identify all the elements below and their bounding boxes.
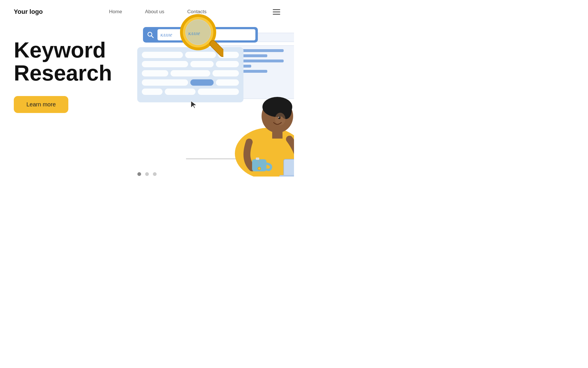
svg-rect-10 [272, 131, 283, 139]
result-pill [142, 70, 168, 76]
hero-title: Keyword Research [14, 39, 123, 85]
result-pill [142, 79, 188, 86]
cursor-icon [190, 100, 198, 112]
illustration-container: кллле [129, 18, 294, 168]
hero-illustration: кллле [123, 21, 280, 177]
svg-rect-20 [256, 158, 259, 160]
result-row-3 [142, 70, 239, 76]
hamburger-line-2 [273, 12, 280, 12]
hamburger-line-1 [273, 9, 280, 10]
svg-point-18 [258, 167, 261, 170]
result-pill [142, 89, 163, 95]
navbar: Your logo Home About us Contacts [0, 0, 294, 16]
svg-point-13 [278, 117, 279, 118]
svg-rect-4 [208, 39, 223, 58]
hero-section: Keyword Research Learn more кллле [0, 16, 294, 177]
pagination-dot-1[interactable] [138, 172, 141, 176]
learn-more-button[interactable]: Learn more [14, 96, 68, 113]
svg-text:кллле: кллле [188, 30, 200, 36]
result-pill [171, 70, 210, 76]
svg-line-1 [152, 36, 154, 38]
result-pill [165, 89, 196, 95]
magnifier-icon: кллле [177, 13, 223, 64]
result-row-5 [142, 89, 239, 95]
svg-rect-16 [279, 175, 294, 177]
nav-about[interactable]: About us [145, 9, 164, 15]
result-pill-blue [190, 79, 214, 86]
pagination-dot-2[interactable] [145, 172, 149, 176]
result-row-4 [142, 79, 239, 86]
hero-left: Keyword Research Learn more [14, 21, 123, 113]
hamburger-menu[interactable] [273, 9, 280, 15]
pagination-dot-3[interactable] [153, 172, 157, 176]
pagination-dots [138, 172, 157, 176]
logo: Your logo [14, 8, 43, 16]
search-icon [145, 30, 156, 40]
svg-rect-15 [284, 159, 294, 177]
person-illustration [226, 62, 294, 177]
hamburger-line-3 [273, 14, 280, 15]
result-pill [142, 52, 183, 58]
nav-home[interactable]: Home [109, 9, 122, 15]
search-squiggly-text: кллле [160, 32, 172, 38]
